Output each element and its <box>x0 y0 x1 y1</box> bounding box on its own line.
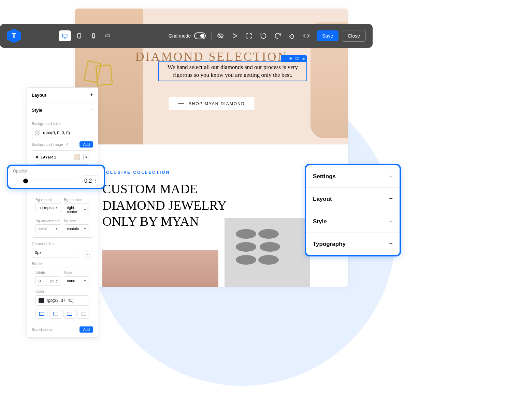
properties-accordion: Settings+ Layout+ Style+ Typography+ <box>305 164 401 256</box>
plus-icon: + <box>389 195 393 202</box>
bg-attach-select[interactable]: scroll▼ <box>35 224 61 233</box>
plus-icon: + <box>389 173 393 180</box>
layout-section-header[interactable]: Layout + <box>27 88 98 102</box>
play-icon[interactable] <box>231 32 238 39</box>
editor-toolbar: T Grid mode Save Close <box>0 24 373 48</box>
eraser-icon[interactable] <box>289 32 295 39</box>
minus-icon: − <box>89 107 93 114</box>
bg-size-select[interactable]: contain▼ <box>64 224 89 233</box>
border-bottom-button[interactable] <box>63 309 75 319</box>
opacity-label: Opacity <box>13 169 99 173</box>
border-right-button[interactable] <box>77 309 89 319</box>
layer-name: LAYER 1 <box>41 155 56 159</box>
undo-icon[interactable] <box>260 32 267 39</box>
svg-point-2 <box>79 37 80 38</box>
toggle-switch[interactable] <box>194 32 206 39</box>
corner-radius-label: Corner radius <box>32 242 93 246</box>
gallery-image-2 <box>225 218 310 287</box>
device-custom[interactable] <box>102 30 114 41</box>
save-button[interactable]: Save <box>317 30 338 41</box>
style-section-header[interactable]: Style − <box>27 102 98 118</box>
move-icon[interactable]: ✥ <box>287 55 294 62</box>
bg-position-label: Bg position <box>64 198 89 202</box>
arrow-up-icon[interactable]: ↑ <box>281 55 287 62</box>
border-left-button[interactable] <box>49 309 61 319</box>
bg-layer-block: ✥ LAYER 1 × Image Color Gradient Bg repe… <box>32 150 93 238</box>
bg-attach-label: Bg attachment <box>35 219 61 223</box>
add-bg-image-button[interactable]: Add <box>80 141 93 148</box>
expand-corners-button[interactable] <box>84 248 93 257</box>
plus-icon: + <box>389 240 393 248</box>
bg-size-label: Bg size <box>64 219 89 223</box>
grid-mode-toggle[interactable]: Grid mode <box>169 32 206 39</box>
border-style-label: Style <box>64 271 89 275</box>
color-swatch-transparent <box>35 130 40 136</box>
accordion-settings[interactable]: Settings+ <box>306 165 400 187</box>
border-all-button[interactable] <box>35 309 47 319</box>
border-style-select[interactable]: none▼ <box>64 276 89 285</box>
dash-icon <box>178 103 184 104</box>
grid-mode-label: Grid mode <box>169 33 191 39</box>
opacity-value-input[interactable]: 0.2 ▲▼ <box>82 176 99 186</box>
close-button[interactable]: Close <box>342 30 366 42</box>
border-label: Border <box>32 262 93 266</box>
bg-repeat-select[interactable]: no-repeat▼ <box>35 203 61 212</box>
border-color-input[interactable]: rgb(33, 37, 41) <box>35 295 89 306</box>
gallery-image-1 <box>102 250 218 287</box>
accordion-typography[interactable]: Typography+ <box>306 233 400 255</box>
duplicate-icon[interactable]: ❐ <box>294 55 300 62</box>
delete-icon[interactable]: 🗑 <box>300 55 307 62</box>
toolbar-divider <box>211 31 212 40</box>
plus-icon: + <box>389 218 393 225</box>
color-swatch <box>39 298 44 303</box>
cta-button[interactable]: SHOP MYAN DIAMOND <box>169 97 255 110</box>
accordion-style[interactable]: Style+ <box>306 210 400 233</box>
layer-thumbnail <box>74 154 80 160</box>
svg-rect-0 <box>62 34 67 37</box>
border-width-label: Width <box>35 271 61 275</box>
border-color-label: Color <box>35 289 89 293</box>
bg-color-label: Background color <box>32 122 93 126</box>
add-shadow-button[interactable]: Add <box>80 326 93 333</box>
bg-image-label: Background image ↺ <box>32 142 68 147</box>
reset-icon[interactable]: ↺ <box>65 142 68 147</box>
app-logo[interactable]: T <box>7 29 21 43</box>
opacity-slider[interactable] <box>13 181 76 181</box>
section-eyebrow: XCLUSIVE COLLECTION <box>102 170 321 175</box>
opacity-popover: Opacity 0.2 ▲▼ <box>7 165 105 189</box>
section-title: CUSTOM MADE DIAMOND JEWELRY ONLY BY MYAN <box>102 181 232 230</box>
bg-repeat-label: Bg repeat <box>35 198 61 202</box>
svg-rect-5 <box>106 35 110 37</box>
svg-point-4 <box>93 37 94 38</box>
corner-radius-input[interactable]: 0px <box>32 248 78 257</box>
device-tablet[interactable] <box>73 30 85 41</box>
code-icon[interactable] <box>303 32 310 39</box>
bg-position-select[interactable]: right center▼ <box>64 203 89 216</box>
visibility-off-icon[interactable] <box>217 32 224 39</box>
slider-thumb[interactable] <box>23 179 28 183</box>
layer-remove-button[interactable]: × <box>83 154 89 160</box>
fullscreen-icon[interactable] <box>246 32 252 39</box>
drag-handle-icon[interactable]: ✥ <box>35 155 39 159</box>
device-mobile[interactable] <box>87 30 100 41</box>
selected-text-element[interactable]: We hand select all our diamonds and our … <box>158 61 307 81</box>
style-panel: Layout + Style − Background color rgba(0… <box>27 87 98 338</box>
plus-icon: + <box>90 92 93 98</box>
element-action-bar[interactable]: ↑ ✥ ❐ 🗑 <box>281 55 307 62</box>
cta-label: SHOP MYAN DIAMOND <box>189 101 245 106</box>
opacity-stepper[interactable]: ▲▼ <box>94 179 97 183</box>
box-shadow-label: Box shadow <box>32 327 52 332</box>
border-width-input[interactable]: 0 px ▲▼ <box>35 276 61 286</box>
device-desktop[interactable] <box>59 30 71 41</box>
bg-color-input[interactable]: rgba(0, 0, 0, 0) <box>32 128 93 138</box>
accordion-layout[interactable]: Layout+ <box>306 187 400 210</box>
redo-icon[interactable] <box>274 32 281 39</box>
